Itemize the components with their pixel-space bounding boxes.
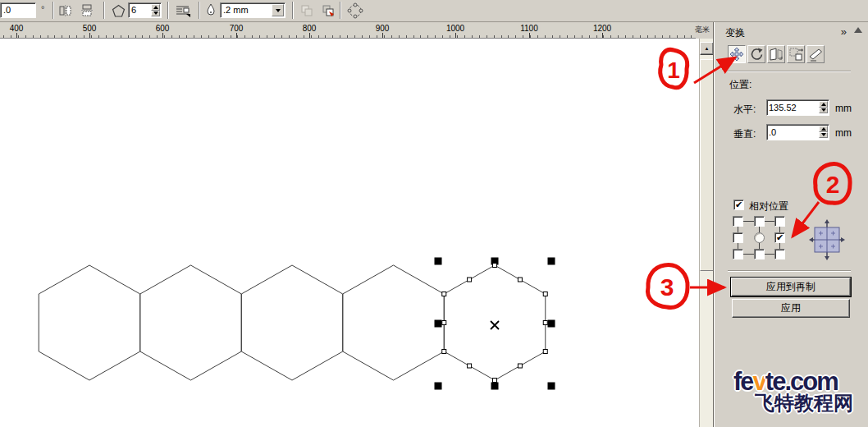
logo-line2: 飞特教程网 <box>755 393 853 414</box>
separator <box>728 270 851 272</box>
anchor-bottom-left-checkbox[interactable] <box>733 249 743 259</box>
ruler-label: 1200 <box>592 24 613 33</box>
order-back-icon <box>297 2 317 20</box>
ruler-label: 900 <box>374 24 391 33</box>
move-cross-icon <box>729 47 744 62</box>
anchor-middle-left-checkbox[interactable] <box>733 232 743 243</box>
hexagon-3 <box>241 265 343 380</box>
size-tool-button[interactable] <box>787 45 805 63</box>
vertical-value-field[interactable] <box>766 124 829 140</box>
ring-nodes-icon[interactable] <box>345 2 366 20</box>
skew-icon <box>808 47 823 62</box>
ruler-label: 500 <box>81 24 98 33</box>
degree-symbol: ° <box>41 4 44 14</box>
apply-to-duplicate-button[interactable]: 应用到再制 <box>731 278 851 296</box>
horizontal-ruler: 400 500 600 700 800 900 1000 1100 1200 <box>0 23 696 39</box>
outline-width-value: .2 mm <box>223 5 249 15</box>
polygon-icon <box>108 2 128 20</box>
vertical-scrollbar[interactable]: ▲ <box>699 39 713 427</box>
hexagon-2 <box>140 265 242 380</box>
relative-position-preview-icon <box>809 219 845 263</box>
toolbar-separator <box>292 2 294 19</box>
logo-line1: fevte.com <box>733 370 853 394</box>
toolbar-separator <box>340 2 341 19</box>
docker-title: 变换 <box>725 26 745 40</box>
anchor-center-radio[interactable] <box>754 232 765 243</box>
ruler-label: 1000 <box>445 24 466 33</box>
separator <box>728 71 851 72</box>
hexagon-5-selected <box>444 265 546 380</box>
transform-docker: 变换 » 位置: 水平: mm 垂直: <box>713 22 868 427</box>
ruler-label: 600 <box>154 24 171 33</box>
outline-width-dropdown[interactable]: .2 mm <box>220 2 286 18</box>
toolbar-separator <box>167 2 169 19</box>
text-wrap-icon[interactable] <box>172 2 194 20</box>
horizontal-label: 水平: <box>733 103 756 117</box>
ruler-label: 1100 <box>519 24 540 33</box>
docker-header: 变换 » <box>715 25 868 39</box>
flip-vertical-icon[interactable] <box>77 2 97 20</box>
anchor-top-center-checkbox[interactable] <box>754 216 765 227</box>
hexagon-4 <box>343 265 445 380</box>
apply-button[interactable]: 应用 <box>732 299 850 318</box>
mirror-icon <box>769 47 783 62</box>
horizontal-value-input[interactable] <box>769 101 816 114</box>
scroll-up-icon[interactable]: ▲ <box>700 42 714 55</box>
ruler-label: 400 <box>8 24 25 33</box>
ruler-label: 800 <box>301 24 318 33</box>
rotate-arrow-icon <box>749 47 764 62</box>
rotate-tool-button[interactable] <box>747 45 765 63</box>
hexagon-nodes <box>442 264 548 383</box>
polygon-points-input[interactable] <box>131 5 151 15</box>
fevte-logo: fevte.com 飞特教程网 <box>733 370 853 414</box>
polygon-points-stepper[interactable] <box>151 4 160 16</box>
scrollbar-thumb[interactable] <box>700 59 714 271</box>
selection-handles <box>435 258 555 390</box>
property-bar: ° .2 mm <box>0 0 868 22</box>
relative-position-label: 相对位置 <box>749 200 788 214</box>
vertical-unit-label: mm <box>835 127 852 139</box>
flip-horizontal-icon[interactable] <box>56 2 75 20</box>
vertical-value-input[interactable] <box>769 126 816 139</box>
docker-expand-icon[interactable]: » <box>841 25 847 38</box>
outline-pen-icon <box>203 2 219 20</box>
toolbar-separator <box>53 2 54 19</box>
horizontal-stepper[interactable] <box>819 101 828 113</box>
dropdown-arrow-icon[interactable] <box>272 4 284 16</box>
hexagon-1 <box>39 265 140 380</box>
ruler-label: 700 <box>228 24 245 33</box>
skew-tool-button[interactable] <box>806 45 825 63</box>
toolbar-separator <box>103 2 105 19</box>
anchor-top-left-checkbox[interactable] <box>733 216 743 227</box>
position-section-label: 位置: <box>729 78 752 92</box>
rotation-angle-field[interactable] <box>0 2 36 18</box>
order-front-icon[interactable] <box>318 2 338 20</box>
anchor-bottom-center-checkbox[interactable] <box>754 249 765 259</box>
hexagon-drawing <box>0 39 699 427</box>
size-icon <box>788 47 803 62</box>
polygon-points-field[interactable] <box>128 2 162 18</box>
horizontal-value-field[interactable] <box>766 99 829 116</box>
scale-mirror-tool-button[interactable] <box>767 45 785 63</box>
vertical-label: 垂直: <box>733 127 756 141</box>
rotation-angle-input[interactable] <box>3 5 33 15</box>
anchor-middle-right-checkbox[interactable]: ✔ <box>774 232 785 243</box>
vertical-stepper[interactable] <box>819 126 828 138</box>
drawing-canvas[interactable] <box>0 39 699 427</box>
anchor-bottom-right-checkbox[interactable] <box>774 249 785 259</box>
docker-collapse-icon[interactable] <box>854 27 862 33</box>
center-x-marker <box>491 321 499 329</box>
toolbar-separator <box>199 2 200 19</box>
coreldraw-window: ° .2 mm <box>0 0 868 427</box>
relative-position-checkbox[interactable]: ✔ <box>733 200 744 210</box>
horizontal-unit-label: mm <box>835 103 852 114</box>
ruler-unit-label: 毫米 <box>695 25 713 35</box>
position-tool-button[interactable] <box>728 45 746 63</box>
anchor-top-right-checkbox[interactable] <box>774 216 785 227</box>
